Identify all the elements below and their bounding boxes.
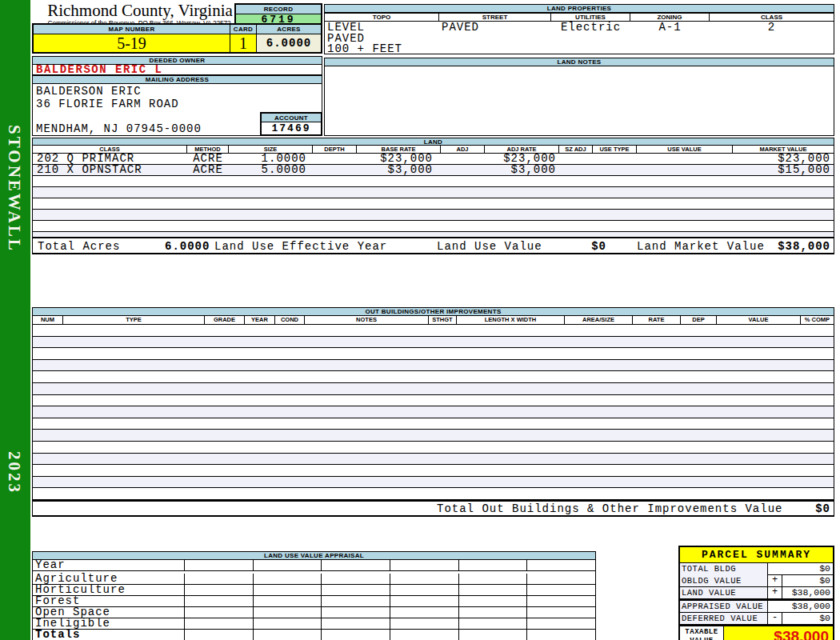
effective-year-label: Land Use Effective Year bbox=[214, 238, 387, 254]
land-use-appraisal-title: LAND USE VALUE APPRAISAL bbox=[32, 551, 596, 560]
county-title: Richmond County, Virginia bbox=[40, 1, 240, 20]
column-header: DEP bbox=[681, 316, 717, 324]
taxable-value: $38,000 bbox=[724, 626, 833, 640]
summary-row: LAND VALUE + $38,000 bbox=[680, 587, 833, 599]
summary-row: APPRAISED VALUE $38,000 bbox=[680, 599, 833, 613]
column-header: USE TYPE bbox=[593, 146, 637, 153]
map-number-value: 5-19 bbox=[34, 34, 230, 52]
topo-value: LEVEL PAVED 100 + FEET bbox=[325, 22, 439, 55]
column-header: UTILITIES bbox=[551, 14, 630, 21]
out-buildings-columns: NUM TYPE GRADE YEAR COND NOTES STHGT LEN… bbox=[32, 316, 834, 325]
summary-row: OBLDG VALUE + $0 bbox=[680, 575, 833, 587]
land-table-columns: CLASS METHOD SIZE DEPTH BASE RATE ADJ AD… bbox=[32, 146, 834, 154]
property-record-card: STONEWALL 2023 Richmond County, Virginia… bbox=[0, 0, 840, 640]
card-value: 1 bbox=[230, 34, 257, 52]
column-header: AREA/SIZE bbox=[565, 316, 633, 324]
land-empty-rows bbox=[33, 176, 834, 243]
column-header: TOPO bbox=[325, 14, 439, 21]
empty-row bbox=[33, 210, 834, 221]
card-label: CARD bbox=[230, 25, 257, 34]
zoning-value: A-1 bbox=[630, 22, 710, 55]
empty-row bbox=[33, 465, 834, 477]
empty-row bbox=[33, 454, 834, 466]
column-header: STREET bbox=[439, 14, 551, 21]
column-header: NUM bbox=[33, 316, 63, 324]
total-acres-label: Total Acres bbox=[38, 238, 120, 254]
appraisal-row: Totals bbox=[33, 630, 596, 640]
land-market-value: $38,000 bbox=[778, 238, 830, 254]
account-box: ACCOUNT 17469 bbox=[260, 112, 322, 136]
column-header: ZONING bbox=[630, 14, 710, 21]
column-header: % COMP bbox=[801, 316, 834, 324]
taxable-value-label: TAXABLE VALUE bbox=[680, 626, 724, 640]
column-header: RATE bbox=[633, 316, 681, 324]
empty-row bbox=[33, 430, 834, 442]
column-header: VALUE bbox=[717, 316, 801, 324]
empty-row bbox=[33, 221, 834, 232]
empty-row bbox=[33, 442, 834, 454]
land-use-value: $0 bbox=[561, 238, 606, 254]
empty-row bbox=[33, 477, 834, 489]
column-header: DEPTH bbox=[313, 146, 357, 153]
land-properties-values: LEVEL PAVED 100 + FEET PAVED Electric A-… bbox=[324, 22, 834, 54]
column-header: GRADE bbox=[205, 316, 245, 324]
appraisal-row: Forest bbox=[33, 596, 596, 607]
empty-row bbox=[33, 360, 834, 372]
appraisal-row: Horticulture bbox=[33, 585, 596, 596]
empty-row bbox=[33, 371, 834, 383]
land-market-value-label: Land Market Value bbox=[637, 238, 765, 254]
column-header: COND bbox=[275, 316, 305, 324]
map-number-label: MAP NUMBER bbox=[34, 25, 230, 34]
empty-row bbox=[33, 406, 834, 418]
empty-row bbox=[33, 198, 834, 210]
column-header: TYPE bbox=[63, 316, 205, 324]
land-table-title: LAND bbox=[32, 138, 834, 146]
land-use-appraisal-table: Year Agriculture Horticulture Forest Ope… bbox=[32, 560, 596, 640]
empty-row bbox=[33, 337, 834, 349]
address-line: 36 FLORIE FARM ROAD bbox=[36, 98, 322, 111]
empty-row bbox=[33, 418, 834, 430]
column-header: YEAR bbox=[245, 316, 275, 324]
deeded-owner-name: BALDERSON ERIC L bbox=[32, 65, 322, 75]
column-header: NOTES bbox=[305, 316, 429, 324]
out-buildings-total-value: $0 bbox=[815, 502, 830, 517]
summary-row: TOTAL BLDG VALUE $0 bbox=[680, 563, 833, 575]
parcel-summary: PARCEL SUMMARY TOTAL BLDG VALUE $0 OBLDG… bbox=[678, 546, 834, 640]
acres-value: 6.0000 bbox=[257, 34, 321, 52]
column-header: CLASS bbox=[710, 14, 834, 21]
column-header: SZ ADJ TBL bbox=[559, 146, 593, 153]
out-buildings-title: OUT BUILDINGS/OTHER IMPROVEMENTS bbox=[32, 307, 834, 316]
land-row: 202 Q PRIMACR ACRE 1.0000 $23,000 $23,00… bbox=[33, 154, 834, 165]
address-line: BALDERSON ERIC bbox=[36, 86, 322, 98]
land-use-value-label: Land Use Value bbox=[437, 238, 542, 254]
empty-row bbox=[33, 383, 834, 395]
appraisal-row: Open Space bbox=[33, 607, 596, 618]
account-label: ACCOUNT bbox=[262, 114, 321, 122]
land-properties-title: LAND PROPERTIES bbox=[324, 4, 834, 13]
empty-row bbox=[33, 325, 834, 337]
total-acres-value: 6.0000 bbox=[165, 238, 210, 254]
empty-row bbox=[33, 395, 834, 407]
account-number: 17469 bbox=[262, 122, 321, 134]
out-buildings-body bbox=[32, 325, 834, 500]
empty-row bbox=[33, 488, 834, 500]
district-label: STONEWALL bbox=[4, 125, 24, 253]
land-row: 210 X OPNSTACR ACRE 5.0000 $3,000 $3,000… bbox=[33, 165, 834, 176]
column-header: LENGTH X WIDTH bbox=[457, 316, 565, 324]
land-notes-body bbox=[324, 66, 834, 136]
column-header: STHGT bbox=[429, 316, 457, 324]
taxable-value-row: TAXABLE VALUE $38,000 bbox=[680, 625, 833, 640]
appraisal-row: Year bbox=[33, 560, 596, 571]
empty-row bbox=[33, 348, 834, 360]
appraisal-row: Ineligible bbox=[33, 618, 596, 630]
sidebar: STONEWALL 2023 bbox=[0, 0, 30, 640]
utilities-value: Electric bbox=[551, 22, 630, 55]
parcel-summary-title: PARCEL SUMMARY bbox=[680, 547, 833, 563]
class-value: 2 bbox=[710, 22, 834, 55]
column-header: USE VALUE bbox=[637, 146, 733, 153]
acres-label: ACRES bbox=[257, 25, 321, 34]
out-buildings-total-row: Total Out Buildings & Other Improvements… bbox=[32, 500, 834, 517]
empty-row bbox=[33, 187, 834, 198]
land-table-body: 202 Q PRIMACR ACRE 1.0000 $23,000 $23,00… bbox=[32, 154, 834, 243]
street-value: PAVED bbox=[439, 22, 551, 55]
